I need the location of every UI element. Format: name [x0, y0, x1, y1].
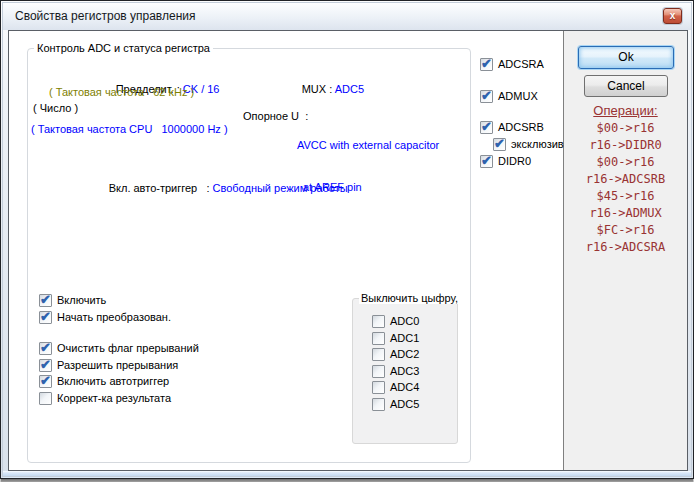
window-title: Свойства регистров управления [15, 3, 195, 30]
checkbox-row-adc2[interactable]: ADC2 [372, 347, 419, 361]
checkbox[interactable] [39, 311, 52, 324]
checkbox-label: Включить автотриггер [57, 375, 169, 387]
number-note: ( Число ) [33, 102, 78, 114]
cancel-button[interactable]: Cancel [584, 75, 668, 97]
close-button[interactable]: x [663, 8, 682, 24]
autotrigger-row: Вкл. авто-триггер : Свободный режим рабо… [72, 170, 348, 206]
dialog-window: Свойства регистров управления x Контроль… [0, 0, 694, 482]
checkbox-row-adc3[interactable]: ADC3 [372, 364, 419, 378]
digital-disable-groupbox: Выключить цыфру, ADC0 ADC1 ADC2 [352, 298, 458, 444]
checkbox-label: Включить [57, 294, 106, 306]
ok-button[interactable]: Ok [578, 46, 674, 69]
checkbox[interactable] [480, 121, 493, 134]
checkbox-label: ADC2 [390, 348, 419, 360]
checkbox[interactable] [372, 365, 385, 378]
mux-row: MUX : ADC5 [265, 71, 364, 107]
checkbox-label: Коррект-ка результата [57, 392, 171, 404]
checkbox-label: ADMUX [498, 90, 538, 102]
checkbox-label: DIDR0 [498, 155, 531, 167]
cpu-clock-note: ( Тактовая частота CPU 1000000 Hz ) [31, 123, 228, 135]
operation-line: $FC->r16 [564, 222, 687, 239]
checkbox-row-result-adjust[interactable]: Коррект-ка результата [39, 391, 171, 405]
checkbox-row-admux[interactable]: ADMUX [480, 89, 538, 103]
checkbox[interactable] [39, 342, 52, 355]
checkbox-row-adc4[interactable]: ADC4 [372, 380, 419, 394]
checkbox-label: эксклюзив [511, 138, 564, 150]
close-icon: x [670, 11, 676, 21]
checkbox-row-enable-autotrigger[interactable]: Включить автотриггер [39, 374, 169, 388]
checkbox[interactable] [480, 90, 493, 103]
operation-line: r16->ADCSRA [564, 239, 687, 256]
mux-label: MUX : [302, 83, 335, 95]
checkbox-row-adc5[interactable]: ADC5 [372, 397, 419, 411]
checkbox[interactable] [39, 375, 52, 388]
operation-line: r16->ADMUX [564, 205, 687, 222]
checkbox-label: ADCSRA [498, 58, 544, 70]
dialog-client-area: Контроль ADC и статуса регистра Преддели… [8, 30, 688, 471]
window-frame-bottom [3, 471, 691, 478]
checkbox-label: ADCSRB [498, 121, 544, 133]
checkbox-row-enable-int[interactable]: Разрешить прерывания [39, 358, 178, 372]
main-panel: Контроль ADC и статуса регистра Преддели… [9, 31, 564, 470]
window-frame: Свойства регистров управления x Контроль… [0, 0, 694, 479]
checkbox-label: ADC4 [390, 381, 419, 393]
checkbox-row-adc0[interactable]: ADC0 [372, 314, 419, 328]
checkbox-row-start-conversion[interactable]: Начать преобразован. [39, 310, 171, 324]
operation-line: $45->r16 [564, 188, 687, 205]
checkbox[interactable] [39, 392, 52, 405]
digital-disable-title: Выключить цыфру, [359, 292, 460, 304]
checkbox-label: ADC3 [390, 365, 419, 377]
checkbox-row-exclusive[interactable]: эксклюзив [493, 137, 564, 151]
titlebar[interactable]: Свойства регистров управления x [3, 3, 691, 30]
checkbox[interactable] [372, 398, 385, 411]
checkbox-label: ADC0 [390, 315, 419, 327]
action-panel: Ok Cancel Операции: $00->r16 r16->DIDR0 … [564, 31, 687, 470]
checkbox[interactable] [480, 155, 493, 168]
mux-value: ADC5 [335, 83, 364, 95]
checkbox-row-clear-int-flag[interactable]: Очистить флаг прерываний [39, 341, 199, 355]
checkbox-row-didr0[interactable]: DIDR0 [480, 154, 531, 168]
checkbox[interactable] [493, 138, 506, 151]
checkbox-row-adcsra[interactable]: ADCSRA [480, 57, 544, 71]
checkbox-row-adc1[interactable]: ADC1 [372, 331, 419, 345]
checkbox[interactable] [39, 294, 52, 307]
checkbox-label: Начать преобразован. [57, 311, 171, 323]
checkbox[interactable] [480, 58, 493, 71]
adc-control-groupbox: Контроль ADC и статуса регистра Преддели… [27, 48, 471, 463]
checkbox-row-enable[interactable]: Включить [39, 293, 106, 307]
checkbox-label: ADC1 [390, 332, 419, 344]
checkbox[interactable] [372, 348, 385, 361]
operations-title: Операции: [564, 103, 687, 118]
checkbox[interactable] [372, 381, 385, 394]
vref-value-line1: AVCC with external capacitor [297, 138, 439, 152]
operation-line: r16->DIDR0 [564, 137, 687, 154]
autotrigger-value: Свободный режим работы [213, 182, 348, 194]
groupbox-title: Контроль ADC и статуса регистра [34, 42, 213, 54]
operation-line: r16->ADCSRB [564, 171, 687, 188]
adc-clock-note: ( Тактовая частота 62 kHz ) [49, 86, 194, 98]
checkbox[interactable] [39, 359, 52, 372]
checkbox-label: Очистить флаг прерываний [57, 342, 199, 354]
operation-line: $00->r16 [564, 120, 687, 137]
checkbox-label: ADC5 [390, 398, 419, 410]
autotrigger-label: Вкл. авто-триггер : [109, 182, 213, 194]
checkbox[interactable] [372, 332, 385, 345]
checkbox[interactable] [372, 315, 385, 328]
operations-list: $00->r16 r16->DIDR0 $00->r16 r16->ADCSRB… [564, 120, 687, 256]
checkbox-row-adcsrb[interactable]: ADCSRB [480, 120, 544, 134]
operation-line: $00->r16 [564, 154, 687, 171]
checkbox-label: Разрешить прерывания [57, 359, 178, 371]
